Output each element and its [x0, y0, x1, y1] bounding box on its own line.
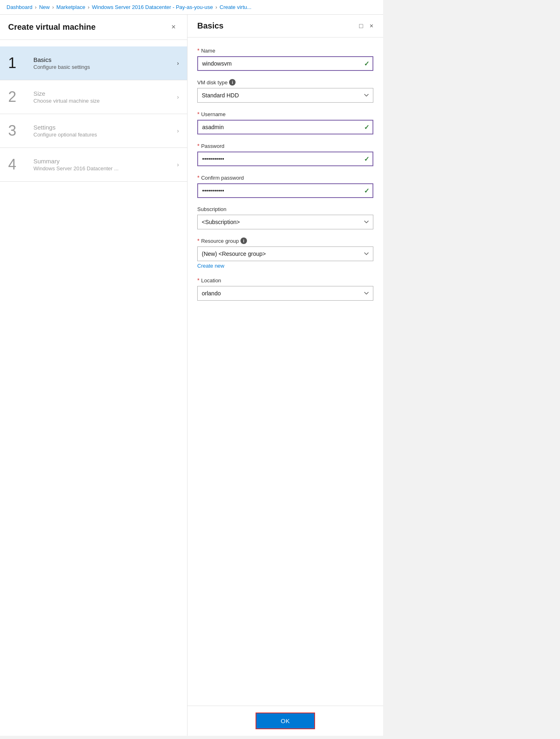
breadcrumb-sep-4: ›: [215, 4, 217, 10]
step-content-3: Settings Configure optional features: [33, 124, 174, 138]
step-desc-summary: Windows Server 2016 Datacenter ...: [33, 165, 174, 172]
step-number-3: 3: [8, 122, 29, 139]
step-item-settings[interactable]: 3 Settings Configure optional features ›: [0, 114, 187, 148]
confirm-password-required-star: *: [197, 174, 199, 181]
step-number-2: 2: [8, 88, 29, 106]
breadcrumb-sep-3: ›: [88, 4, 89, 10]
vm-disk-type-select[interactable]: Standard HDD Standard SSD Premium SSD: [197, 88, 373, 103]
left-panel: Create virtual machine × 1 Basics Config…: [0, 15, 187, 736]
name-check-icon: ✓: [364, 60, 369, 68]
resource-group-label: * Resource group i: [197, 238, 373, 244]
password-required-star: *: [197, 143, 199, 149]
breadcrumb-new[interactable]: New: [39, 4, 50, 10]
resource-group-info-icon[interactable]: i: [240, 238, 247, 244]
location-select[interactable]: orlando eastus westus: [197, 286, 373, 301]
breadcrumb: Dashboard › New › Marketplace › Windows …: [0, 0, 383, 15]
step-chevron-4: ›: [177, 161, 179, 168]
step-item-basics[interactable]: 1 Basics Configure basic settings ›: [0, 46, 187, 80]
name-required-star: *: [197, 47, 199, 54]
subscription-label-text: Subscription: [197, 206, 227, 212]
step-number-4: 4: [8, 156, 29, 173]
step-desc-settings: Configure optional features: [33, 132, 174, 138]
step-content-2: Size Choose virtual machine size: [33, 90, 174, 104]
step-content-1: Basics Configure basic settings: [33, 56, 174, 70]
location-required-star: *: [197, 277, 199, 284]
confirm-password-input-wrapper: ✓: [197, 183, 373, 198]
form-group-vm-disk-type: VM disk type i Standard HDD Standard SSD…: [197, 79, 373, 103]
vm-disk-type-label: VM disk type i: [197, 79, 373, 86]
step-item-size[interactable]: 2 Size Choose virtual machine size ›: [0, 80, 187, 114]
form-group-location: * Location orlando eastus westus: [197, 277, 373, 301]
step-title-size: Size: [33, 90, 174, 97]
username-required-star: *: [197, 111, 199, 117]
breadcrumb-marketplace[interactable]: Marketplace: [56, 4, 85, 10]
form-group-username: * Username ✓: [197, 111, 373, 134]
left-panel-close-button[interactable]: ×: [168, 21, 179, 33]
password-check-icon: ✓: [364, 155, 369, 163]
confirm-password-input[interactable]: [197, 183, 373, 198]
vm-disk-type-label-text: VM disk type: [197, 79, 227, 86]
right-panel-title: Basics: [197, 21, 224, 31]
username-input-wrapper: ✓: [197, 120, 373, 134]
username-input[interactable]: [197, 120, 373, 134]
name-input[interactable]: [197, 56, 373, 71]
right-panel-close-button[interactable]: ×: [370, 22, 373, 30]
breadcrumb-current: Create virtu...: [220, 4, 251, 10]
confirm-password-label-text: Confirm password: [201, 175, 244, 181]
step-chevron-3: ›: [177, 128, 179, 134]
username-label: * Username: [197, 111, 373, 117]
step-title-settings: Settings: [33, 124, 174, 131]
step-item-summary[interactable]: 4 Summary Windows Server 2016 Datacenter…: [0, 148, 187, 182]
form-group-name: * Name ✓: [197, 47, 373, 71]
resource-group-label-text: Resource group: [201, 238, 239, 244]
subscription-select[interactable]: <Subscription>: [197, 215, 373, 229]
minimize-button[interactable]: □: [359, 22, 363, 30]
confirm-password-check-icon: ✓: [364, 187, 369, 195]
breadcrumb-product[interactable]: Windows Server 2016 Datacenter - Pay-as-…: [92, 4, 213, 10]
form-group-resource-group: * Resource group i (New) <Resource group…: [197, 238, 373, 269]
name-label: * Name: [197, 47, 373, 54]
username-label-text: Username: [201, 111, 225, 117]
steps-list: 1 Basics Configure basic settings › 2 Si…: [0, 40, 187, 736]
password-input[interactable]: [197, 152, 373, 166]
step-content-4: Summary Windows Server 2016 Datacenter .…: [33, 158, 174, 172]
form-group-password: * Password ✓: [197, 143, 373, 166]
step-title-summary: Summary: [33, 158, 174, 165]
breadcrumb-dashboard[interactable]: Dashboard: [7, 4, 33, 10]
footer: OK: [187, 706, 383, 736]
step-desc-size: Choose virtual machine size: [33, 98, 174, 104]
right-header-actions: □ ×: [359, 22, 373, 30]
step-chevron-2: ›: [177, 94, 179, 100]
right-header: Basics □ ×: [187, 15, 383, 37]
create-new-link[interactable]: Create new: [197, 263, 224, 269]
password-label: * Password: [197, 143, 373, 149]
confirm-password-label: * Confirm password: [197, 174, 373, 181]
name-input-wrapper: ✓: [197, 56, 373, 71]
breadcrumb-sep-1: ›: [35, 4, 37, 10]
step-title-basics: Basics: [33, 56, 174, 63]
name-label-text: Name: [201, 48, 215, 54]
subscription-label: Subscription: [197, 206, 373, 212]
password-input-wrapper: ✓: [197, 152, 373, 166]
left-panel-title: Create virtual machine: [8, 22, 96, 32]
right-panel: Basics □ × * Name ✓ VM dis: [187, 15, 383, 736]
left-header: Create virtual machine ×: [0, 15, 187, 40]
form-area: * Name ✓ VM disk type i Standard HDD Sta…: [187, 37, 383, 706]
step-chevron-1: ›: [177, 60, 179, 66]
step-desc-basics: Configure basic settings: [33, 64, 174, 70]
step-number-1: 1: [8, 55, 29, 72]
main-container: Create virtual machine × 1 Basics Config…: [0, 15, 383, 736]
form-group-confirm-password: * Confirm password ✓: [197, 174, 373, 198]
location-label: * Location: [197, 277, 373, 284]
breadcrumb-sep-2: ›: [52, 4, 54, 10]
resource-group-required-star: *: [197, 238, 199, 244]
ok-button[interactable]: OK: [256, 713, 315, 729]
password-label-text: Password: [201, 143, 224, 149]
resource-group-select[interactable]: (New) <Resource group>: [197, 246, 373, 261]
username-check-icon: ✓: [364, 123, 369, 131]
form-group-subscription: Subscription <Subscription>: [197, 206, 373, 229]
location-label-text: Location: [201, 277, 221, 284]
vm-disk-type-info-icon[interactable]: i: [229, 79, 236, 86]
